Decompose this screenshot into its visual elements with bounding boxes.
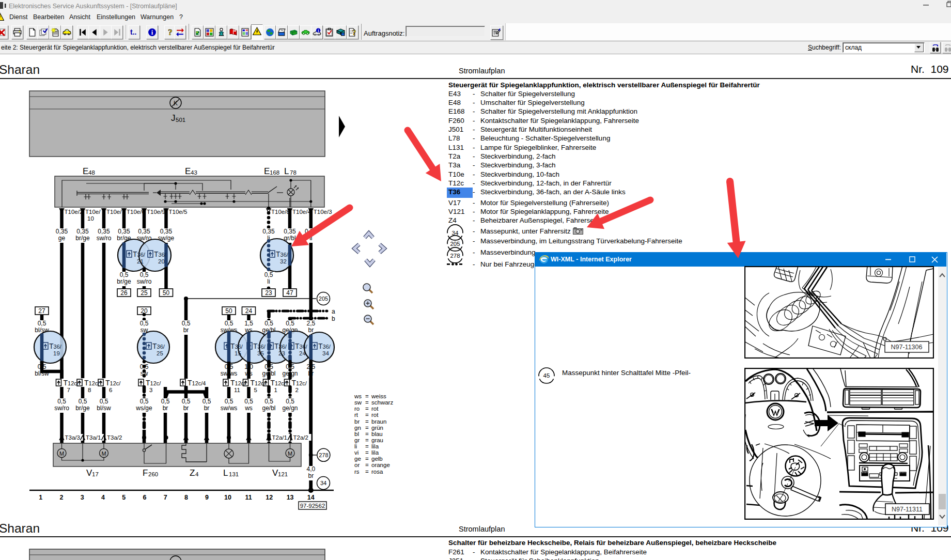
svg-text:97-92562: 97-92562: [300, 503, 325, 509]
svg-text:7: 7: [164, 494, 167, 501]
svg-text:ws: ws: [354, 393, 362, 399]
svg-text:ws/ge: ws/ge: [135, 405, 152, 412]
svg-text:2: 2: [295, 387, 299, 393]
svg-text:braun: braun: [371, 418, 386, 425]
svg-text:50: 50: [225, 307, 232, 315]
svg-text:T10e/8: T10e/8: [271, 209, 290, 215]
svg-text:0,5: 0,5: [202, 398, 211, 405]
svg-text:5: 5: [122, 494, 126, 501]
svg-text:21: 21: [137, 258, 144, 265]
svg-text:T12c/: T12c/: [292, 379, 307, 387]
svg-text:gelb: gelb: [371, 456, 383, 462]
svg-text:T3a/3: T3a/3: [65, 434, 80, 441]
svg-text:T12c/: T12c/: [146, 379, 161, 387]
svg-text:278: 278: [450, 253, 460, 259]
svg-text:T12c/: T12c/: [84, 379, 100, 387]
svg-text:L: L: [223, 468, 228, 478]
svg-text:E: E: [264, 166, 270, 176]
svg-text:weiss: weiss: [371, 393, 386, 399]
svg-text:0,5: 0,5: [140, 271, 149, 278]
svg-text:0,35: 0,35: [284, 228, 296, 235]
svg-text:T36/: T36/: [133, 250, 146, 258]
svg-text:35: 35: [257, 350, 264, 356]
svg-text:T2a/2: T2a/2: [293, 434, 308, 441]
svg-text:17: 17: [92, 471, 99, 477]
svg-text:ge: ge: [58, 235, 66, 242]
svg-text:ge/bl: ge/bl: [262, 405, 275, 412]
svg-text:121: 121: [278, 471, 288, 477]
svg-text:T36/: T36/: [49, 342, 62, 350]
svg-text:=: =: [365, 462, 369, 468]
svg-text:168: 168: [270, 169, 279, 176]
svg-text:15: 15: [235, 350, 241, 356]
svg-text:19: 19: [53, 350, 60, 356]
svg-text:or: or: [354, 462, 360, 468]
svg-text:=: =: [365, 418, 369, 425]
svg-text:34: 34: [322, 350, 329, 356]
svg-text:3: 3: [81, 494, 84, 501]
svg-text:sw/ro: sw/ro: [137, 278, 152, 285]
svg-text:T3a/1: T3a/1: [86, 434, 101, 441]
svg-text:45: 45: [543, 372, 550, 379]
svg-text:12: 12: [266, 494, 273, 501]
svg-text:0,5: 0,5: [120, 271, 129, 278]
svg-text:T10e/3: T10e/3: [314, 209, 332, 215]
svg-text:47: 47: [286, 289, 293, 297]
svg-text:0,5: 0,5: [38, 320, 46, 327]
svg-text:10: 10: [224, 494, 231, 501]
svg-text:T10e/: T10e/: [85, 209, 101, 215]
svg-text:br: br: [183, 326, 189, 334]
svg-text:24: 24: [245, 307, 253, 315]
svg-text:7: 7: [67, 387, 70, 393]
svg-text:78: 78: [290, 169, 297, 176]
svg-text:1: 1: [274, 387, 277, 393]
svg-text:bl: bl: [354, 431, 359, 437]
svg-text:vi: vi: [354, 449, 358, 456]
svg-text:=: =: [365, 431, 369, 437]
svg-text:0,5: 0,5: [264, 271, 273, 278]
svg-text:J: J: [171, 113, 176, 123]
svg-text:4: 4: [195, 471, 199, 477]
svg-text:48: 48: [88, 169, 95, 176]
svg-text:b: b: [332, 315, 335, 322]
svg-text:205: 205: [450, 241, 460, 247]
svg-text:4,0: 4,0: [306, 465, 315, 473]
svg-text:grün: grün: [371, 425, 383, 431]
svg-text:10: 10: [87, 215, 94, 222]
svg-text:T3a/2: T3a/2: [107, 434, 122, 441]
svg-text:L: L: [284, 166, 289, 176]
svg-text:0,35: 0,35: [118, 228, 130, 235]
svg-text:T36/: T36/: [253, 342, 266, 350]
svg-text:T36/: T36/: [318, 342, 331, 350]
svg-text:0,5: 0,5: [264, 398, 273, 405]
svg-text:Z: Z: [190, 468, 195, 478]
svg-text:0,5: 0,5: [182, 320, 191, 327]
svg-text:T36/: T36/: [274, 342, 287, 350]
svg-text:T36/: T36/: [230, 342, 243, 350]
svg-text:M: M: [288, 450, 292, 457]
svg-text:0,5: 0,5: [161, 398, 170, 405]
svg-text:32: 32: [280, 258, 287, 265]
svg-text:205: 205: [319, 295, 328, 302]
svg-text:N97-11306: N97-11306: [891, 344, 923, 351]
svg-text:4: 4: [101, 494, 105, 501]
svg-text:=: =: [365, 406, 369, 412]
svg-text:T2a/1: T2a/1: [272, 434, 287, 441]
svg-text:131: 131: [229, 471, 239, 477]
svg-text:6: 6: [143, 494, 146, 501]
svg-text:T12c/: T12c/: [105, 379, 121, 387]
svg-text:T36/: T36/: [154, 250, 167, 258]
svg-text:gn: gn: [354, 425, 361, 431]
svg-text:br: br: [354, 418, 360, 425]
svg-text:a: a: [332, 308, 335, 315]
svg-text:26: 26: [120, 289, 128, 297]
svg-text:=: =: [365, 393, 369, 399]
svg-text:=: =: [365, 443, 369, 449]
svg-text:260: 260: [148, 471, 158, 477]
svg-text:5: 5: [254, 387, 257, 393]
svg-text:sw/ro: sw/ro: [97, 235, 112, 242]
svg-text:br/ge: br/ge: [117, 278, 131, 285]
svg-text:0,35: 0,35: [262, 228, 275, 235]
svg-text:sw: sw: [354, 399, 362, 406]
svg-text:ge: ge: [354, 456, 361, 462]
